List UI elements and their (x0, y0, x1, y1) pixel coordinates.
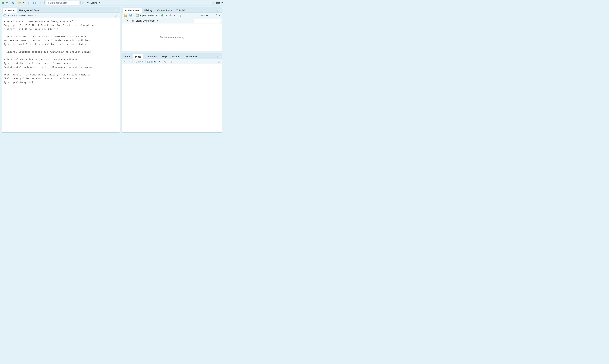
tab-viewer[interactable]: Viewer (169, 54, 182, 59)
tab-packages[interactable]: Packages (143, 54, 159, 59)
pane-maximize-button[interactable] (217, 56, 220, 58)
save-workspace-button[interactable] (129, 14, 133, 17)
svg-rect-18 (83, 2, 84, 3)
svg-rect-36 (134, 20, 134, 21)
refresh-plot-button[interactable] (217, 60, 221, 64)
svg-line-42 (136, 62, 137, 63)
environment-toolbar: Import Dataset 155 MiB List (122, 13, 222, 18)
svg-rect-16 (41, 2, 42, 2)
addins-menu[interactable]: Addins (89, 1, 101, 4)
svg-rect-25 (130, 14, 131, 15)
goto-wd-icon[interactable] (34, 14, 37, 16)
new-file-dropdown-icon[interactable] (6, 2, 8, 3)
plot-next-button[interactable] (128, 60, 131, 63)
svg-rect-19 (84, 2, 85, 3)
svg-rect-26 (130, 15, 131, 16)
tab-history[interactable]: History (142, 8, 155, 13)
environment-scope-bar: R Global Environment (122, 18, 222, 24)
working-directory-label[interactable]: ~/Desktop/test/ (18, 14, 33, 17)
memory-usage-button[interactable]: 155 MiB (161, 14, 176, 17)
goto-arrow-icon (47, 2, 49, 4)
rproject-icon: R (212, 1, 215, 4)
plots-canvas (122, 64, 222, 132)
console-info-bar: R R 4.3.1 · ~/Desktop/test/ (2, 13, 120, 18)
environment-search-input[interactable] (194, 19, 221, 23)
plots-tabbar: Files Plots Packages Help Viewer Present… (122, 53, 222, 59)
svg-text:R: R (13, 3, 14, 4)
plots-toolbar: Zoom Export (122, 59, 222, 64)
svg-rect-23 (115, 16, 116, 17)
environment-tabbar: Environment History Connections Tutorial (122, 7, 222, 13)
workspace-panes-dropdown-icon[interactable] (87, 2, 89, 3)
main-toolbar: R Addins R (0, 0, 224, 6)
new-project-button[interactable]: R (10, 1, 15, 5)
clear-console-button[interactable] (114, 13, 118, 17)
tab-connections[interactable]: Connections (155, 8, 174, 13)
svg-rect-46 (171, 62, 172, 63)
tab-tutorial[interactable]: Tutorial (174, 8, 187, 13)
svg-rect-9 (28, 2, 30, 3)
svg-rect-35 (132, 20, 133, 21)
open-file-button[interactable] (17, 1, 22, 5)
environment-empty-message: Environment is empty (122, 24, 222, 52)
print-button[interactable] (39, 1, 43, 5)
clear-workspace-button[interactable] (178, 13, 183, 17)
svg-rect-22 (115, 9, 117, 11)
svg-rect-31 (180, 16, 181, 17)
workspace-panes-button[interactable] (82, 1, 86, 5)
r-version-label: R 4.3.1 (8, 14, 15, 17)
svg-rect-21 (84, 3, 85, 4)
pane-maximize-button[interactable] (217, 10, 220, 12)
environment-scope-button[interactable]: Global Environment (131, 19, 159, 23)
close-icon[interactable]: × (40, 9, 41, 12)
svg-rect-17 (41, 3, 42, 4)
console-output[interactable]: R version 4.3.1 (2023-06-16) -- "Beagle … (2, 18, 120, 132)
project-menu[interactable]: R test (212, 1, 223, 4)
tab-plots[interactable]: Plots (133, 54, 143, 59)
refresh-button[interactable] (214, 14, 221, 17)
svg-point-44 (148, 61, 148, 62)
memory-usage-label: 155 MiB (164, 14, 172, 17)
open-recent-dropdown-icon[interactable] (23, 2, 25, 3)
remove-plot-button[interactable] (163, 60, 167, 63)
plot-prev-button[interactable] (123, 60, 126, 63)
goto-file-function-input[interactable] (46, 1, 79, 5)
addins-label: Addins (90, 1, 97, 4)
svg-rect-2 (2, 3, 4, 3)
clear-all-plots-button[interactable] (170, 60, 174, 64)
tab-files[interactable]: Files (123, 54, 133, 59)
load-workspace-button[interactable] (123, 14, 127, 17)
import-dataset-button[interactable]: Import Dataset (135, 14, 158, 17)
new-file-button[interactable] (1, 1, 5, 5)
svg-rect-14 (34, 3, 35, 4)
console-tabbar: Console Background Jobs × (2, 7, 120, 13)
tab-presentation[interactable]: Presentation (182, 54, 201, 59)
tab-help[interactable]: Help (159, 54, 169, 59)
svg-rect-10 (28, 3, 30, 4)
svg-rect-37 (132, 21, 133, 22)
console-prompt: > (4, 89, 7, 91)
svg-rect-13 (34, 2, 35, 3)
svg-rect-38 (134, 21, 134, 22)
view-mode-button[interactable]: List (201, 14, 211, 17)
export-plot-button[interactable]: Export (147, 60, 161, 64)
pane-minimize-button[interactable] (214, 57, 217, 58)
tab-background-jobs[interactable]: Background Jobs × (17, 8, 44, 13)
tab-environment[interactable]: Environment (123, 8, 142, 13)
project-name: test (216, 1, 220, 4)
tab-console[interactable]: Console (3, 8, 17, 13)
svg-rect-5 (12, 2, 12, 2)
pane-maximize-button[interactable] (114, 8, 118, 12)
save-all-button[interactable] (32, 1, 36, 5)
svg-rect-20 (83, 3, 84, 4)
language-scope-button[interactable]: R (123, 19, 129, 23)
zoom-plot-button[interactable]: Zoom (134, 60, 144, 64)
r-logo-icon: R (3, 14, 7, 17)
pane-minimize-button[interactable] (214, 11, 217, 12)
svg-point-41 (135, 61, 136, 62)
save-button[interactable] (27, 1, 31, 5)
